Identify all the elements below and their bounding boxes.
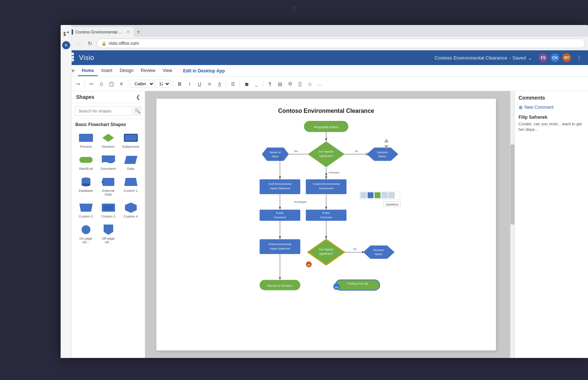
shape-custom3[interactable]: Custom 3 [98, 200, 119, 221]
avatar-user-3[interactable]: NT [562, 53, 572, 63]
svg-text:Assessment: Assessment [319, 187, 333, 190]
comments-panel: Comments ⊕ New Comment Filip Safranek Co… [514, 91, 588, 358]
expand-icon[interactable]: ⌄ [528, 55, 532, 61]
line-color-button[interactable]: ⎯ [252, 79, 261, 88]
node-conduct-ea[interactable] [306, 179, 347, 194]
svg-point-14 [82, 225, 90, 234]
shape-database[interactable]: Database [75, 174, 96, 198]
svg-text:Notice: Notice [375, 252, 383, 256]
divider-1 [85, 80, 85, 87]
font-color-button[interactable]: A [205, 79, 214, 88]
redo-button[interactable]: ↪ [74, 79, 82, 88]
font-family-selector[interactable]: Calibri [130, 80, 155, 88]
tab-title: Contoso Environmental Clearan... [75, 30, 123, 34]
paste-button[interactable]: 📋 [107, 79, 116, 88]
svg-marker-3 [124, 156, 137, 164]
italic-button[interactable]: I [185, 79, 194, 88]
svg-text:Public: Public [276, 211, 284, 215]
svg-text:Public: Public [322, 211, 330, 215]
shape-data[interactable]: Data [120, 152, 141, 173]
cut-button[interactable]: ✂ [87, 79, 96, 88]
shape-custom2[interactable]: Custom 2 [75, 200, 96, 221]
node-notice-of-intent[interactable] [262, 147, 288, 161]
shape-start-end[interactable]: Start/End [75, 152, 96, 173]
fill-color-button[interactable]: ◼ [242, 79, 251, 88]
new-tab-button[interactable]: + [134, 27, 143, 37]
shape-custom1[interactable]: Custom 1 [120, 174, 141, 198]
shape-format-button[interactable]: ▒ [295, 79, 304, 88]
svg-text:Finding of no sig: Finding of no sig [347, 282, 368, 285]
copy-button[interactable]: ⎙ [97, 79, 106, 88]
forward-button[interactable]: → [75, 39, 83, 48]
diagram-title: Contoso Environmental Clearance [157, 99, 496, 117]
divider-4 [226, 80, 226, 87]
svg-marker-13 [125, 202, 137, 213]
align-button[interactable]: ☰ [229, 79, 237, 88]
svg-text:Yes/Maybe: Yes/Maybe [294, 201, 307, 204]
comment-text: Coralie, can you revie... want to get he… [519, 121, 584, 133]
scrollbar-thumb[interactable] [510, 144, 514, 225]
delete-button[interactable]: ✕ [117, 79, 126, 88]
more-button[interactable]: … [315, 79, 324, 88]
svg-rect-69 [374, 192, 380, 198]
node-final-eis[interactable] [259, 239, 300, 254]
underline-button[interactable]: U [195, 79, 204, 88]
shape-document[interactable]: Document [98, 152, 119, 173]
expand-button[interactable]: ⋮ [575, 53, 584, 62]
svg-marker-10 [79, 204, 93, 212]
text-highlight-button[interactable]: A̲ [215, 79, 224, 88]
shape-custom4[interactable]: Custom 4 [120, 200, 141, 221]
group-button[interactable]: ⧉ [286, 79, 294, 88]
comments-title: Comments [519, 95, 584, 101]
node-proposed-action[interactable]: Proposed Action [314, 125, 338, 129]
tab-view[interactable]: View [159, 66, 176, 76]
svg-text:Are impacts: Are impacts [319, 248, 334, 251]
arrange-button[interactable]: ▤ [276, 79, 284, 88]
browser-tab-visio[interactable]: V Contoso Environmental Clearan... × [64, 27, 134, 37]
shape-onpage-ref[interactable]: On-page ref... [75, 222, 96, 246]
avatar-user-1[interactable]: FS [538, 53, 548, 63]
shape-subprocess[interactable]: Subprocess [120, 130, 141, 151]
shapes-search-button[interactable]: 🔍 [134, 107, 141, 115]
font-size-selector[interactable]: 12 [156, 80, 171, 88]
shapes-collapse-button[interactable]: ❮ [136, 94, 140, 100]
shape-decision[interactable]: Decision [98, 130, 119, 151]
shapes-search-input[interactable] [75, 106, 133, 116]
avatar-user-2[interactable]: CH [550, 53, 560, 63]
svg-rect-71 [388, 192, 394, 198]
svg-text:Draft Environmental: Draft Environmental [269, 183, 292, 185]
node-decision-memo[interactable] [367, 147, 398, 161]
shape-external-data[interactable]: External Data [98, 174, 119, 198]
shapes-header: Shapes ❮ [72, 91, 145, 103]
tab-home[interactable]: Home [78, 66, 97, 76]
new-comment-button[interactable]: ⊕ New Comment [519, 104, 584, 110]
shapes-panel: + Shapes ❮ 🔍 Basic Flowchart Shapes [61, 91, 145, 358]
vertical-scrollbar[interactable] [510, 91, 514, 358]
node-decision-notice[interactable] [363, 245, 395, 259]
svg-text:Conduct Environmental: Conduct Environmental [313, 183, 340, 185]
svg-text:Memo: Memo [379, 155, 386, 158]
svg-text:Final Environmental: Final Environmental [269, 243, 292, 245]
tab-close-button[interactable]: × [127, 29, 129, 35]
svg-marker-9 [124, 178, 137, 186]
main-content: + Shapes ❮ 🔍 Basic Flowchart Shapes [61, 91, 588, 358]
shape-offpage-ref[interactable]: Off-page ref... [98, 222, 119, 246]
paragraph-button[interactable]: ¶ [266, 79, 275, 88]
ribbon-toolbar: ↩ ↪ ✂ ⎙ 📋 ✕ Calibri 12 B I U A A̲ [61, 77, 588, 91]
shape-effects-button[interactable]: ◇ [305, 79, 314, 88]
flowchart-svg: Proposed Action Are impacts significant?… [157, 117, 496, 351]
svg-marker-15 [104, 225, 113, 235]
svg-text:CH: CH [335, 286, 338, 288]
tab-review[interactable]: Review [137, 66, 159, 76]
svg-text:Impact Statement: Impact Statement [270, 247, 290, 250]
tab-insert[interactable]: Insert [98, 66, 116, 76]
shapes-search-bar: 🔍 [72, 103, 145, 119]
node-draft-eis[interactable] [259, 179, 300, 194]
bold-button[interactable]: B [175, 79, 184, 88]
shape-process[interactable]: Process [75, 130, 96, 151]
tab-design[interactable]: Design [116, 66, 137, 76]
refresh-button[interactable]: ↻ [86, 39, 94, 48]
edit-desktop-button[interactable]: Edit in Desktop App [183, 68, 225, 74]
url-bar[interactable]: 🔒 visio.office.com [97, 39, 585, 48]
canvas-area[interactable]: Contoso Environmental Clearance [145, 91, 514, 358]
